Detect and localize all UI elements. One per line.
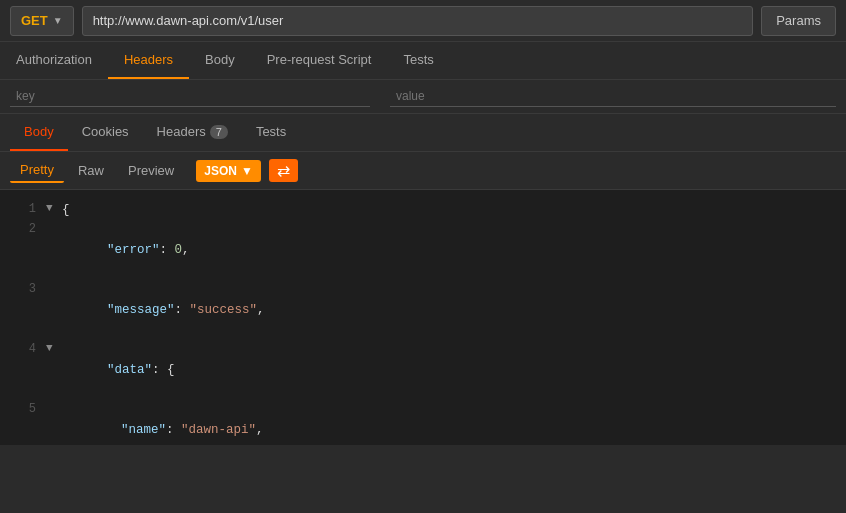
tab-headers[interactable]: Headers (108, 42, 189, 79)
raw-button[interactable]: Raw (68, 159, 114, 182)
response-tabs: Body Cookies Headers 7 Tests (0, 114, 846, 152)
kv-row (0, 80, 846, 114)
tab-authorization[interactable]: Authorization (0, 42, 108, 79)
method-chevron-icon: ▼ (53, 15, 63, 26)
tab-tests-response[interactable]: Tests (242, 114, 300, 151)
format-dropdown[interactable]: JSON ▼ (196, 160, 261, 182)
wrap-button[interactable]: ⇄ (269, 159, 298, 182)
top-bar: GET ▼ Params (0, 0, 846, 42)
request-tabs: Authorization Headers Body Pre-request S… (0, 42, 846, 80)
code-line-2: 2 "error": 0, (0, 220, 846, 280)
pretty-button[interactable]: Pretty (10, 158, 64, 183)
tab-pre-request-script[interactable]: Pre-request Script (251, 42, 388, 79)
headers-badge: 7 (210, 125, 228, 139)
tab-tests-request[interactable]: Tests (387, 42, 449, 79)
tab-body[interactable]: Body (189, 42, 251, 79)
url-input[interactable] (82, 6, 754, 36)
preview-button[interactable]: Preview (118, 159, 184, 182)
code-line-1: 1 ▼ { (0, 200, 846, 220)
tab-body-response[interactable]: Body (10, 114, 68, 151)
value-input[interactable] (390, 86, 836, 107)
format-label: JSON (204, 164, 237, 178)
method-dropdown[interactable]: GET ▼ (10, 6, 74, 36)
params-button[interactable]: Params (761, 6, 836, 36)
method-label: GET (21, 13, 48, 28)
code-line-3: 3 "message": "success", (0, 280, 846, 340)
code-area[interactable]: 1 ▼ { 2 "error": 0, 3 "message": "succes… (0, 190, 846, 445)
key-input[interactable] (10, 86, 370, 107)
tab-cookies[interactable]: Cookies (68, 114, 143, 151)
code-line-4: 4 ▼ "data": { (0, 340, 846, 400)
tab-headers-response[interactable]: Headers 7 (143, 114, 242, 151)
code-line-5: 5 "name": "dawn-api", (0, 400, 846, 445)
view-controls: Pretty Raw Preview JSON ▼ ⇄ (0, 152, 846, 190)
format-chevron-icon: ▼ (241, 164, 253, 178)
